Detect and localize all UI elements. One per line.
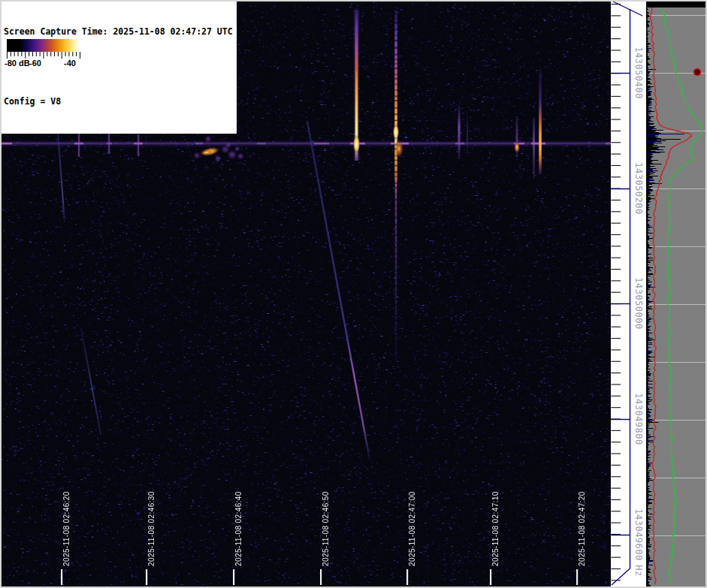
spectrum-side-panel-canvas (646, 2, 705, 586)
capture-time-text: Screen Capture Time: 2025-11-08 02:47:27… (4, 26, 233, 38)
spectrogram-app-window: Screen Capture Time: 2025-11-08 02:47:27… (0, 0, 707, 588)
time-axis-label: 2025-11-08 02:47:10 (491, 491, 500, 566)
freq-axis-label: 143049800 (633, 393, 644, 445)
time-axis-label: 2025-11-08 02:46:40 (234, 491, 243, 566)
time-axis-label: 2025-11-08 02:46:30 (147, 491, 156, 566)
freq-axis-label: 143050200 (633, 162, 644, 215)
freq-axis-label: 143050000 (633, 277, 644, 330)
time-axis-label: 2025-11-08 02:47:20 (578, 491, 586, 566)
colorbar-label-max: -40 (64, 59, 76, 68)
time-axis-label: 2025-11-08 02:46:50 (322, 491, 330, 566)
config-text: Config = V8 (4, 96, 233, 108)
time-axis-label: 2025-11-08 02:46:20 (62, 491, 71, 566)
colorbar-gradient (7, 39, 80, 52)
freq-axis-unit-label: Hz (633, 565, 644, 576)
freq-axis-top-cap (613, 2, 642, 16)
freq-axis-label: 143049600 (633, 508, 644, 561)
freq-axis-bottom-cap (612, 568, 630, 585)
time-axis-label: 2025-11-08 02:47:00 (408, 491, 416, 566)
colorbar-label-min: -80 dB (5, 59, 30, 68)
freq-axis-label: 143050400 (633, 47, 644, 99)
colorbar-label-mid: -60 (29, 59, 41, 68)
colorbar-legend: -80 dB -60 -40 (2, 38, 83, 73)
